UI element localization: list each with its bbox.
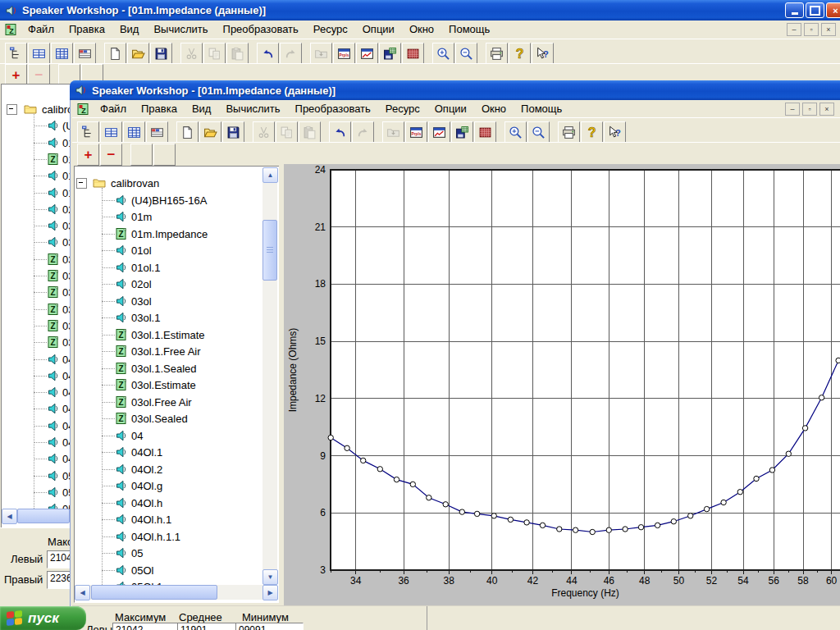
tree-item[interactable]: 05 — [2, 468, 71, 484]
inner-tree-vscrollbar[interactable]: ▲ ▼ — [262, 167, 277, 584]
toolbar-save-button[interactable] — [150, 43, 172, 65]
tree-item[interactable]: 03ol.1 — [75, 309, 280, 326]
toolbar-zoom-in-button[interactable] — [432, 43, 454, 65]
tree-item[interactable]: Z03ol.1.Estimate — [2, 251, 71, 267]
tree-item[interactable]: Z03ol.1.Free Air — [75, 343, 280, 359]
menu-item-3[interactable]: Вычислить — [146, 21, 215, 39]
menu-item-0[interactable]: Файл — [21, 21, 62, 39]
scroll-down-icon[interactable]: ▼ — [262, 569, 278, 585]
tree-item[interactable]: 04Ol.h.1 — [2, 434, 71, 450]
stats-value-max[interactable]: 21042 — [112, 623, 179, 630]
toolbar-import-button[interactable] — [382, 121, 404, 144]
outer-titlebar[interactable]: Speaker Workshop - [01m.Impedance (данны… — [0, 0, 840, 21]
toolbar-view-columns-button[interactable] — [74, 43, 96, 65]
toolbar-redo-button[interactable] — [280, 43, 302, 65]
tree-item[interactable]: 05Ol — [75, 562, 280, 578]
toolbar-open-button[interactable] — [199, 121, 221, 144]
tree-item[interactable]: 01ol.1 — [75, 259, 280, 276]
tree-item[interactable]: Z01m.Impedance — [75, 226, 280, 242]
impedance-plot[interactable]: 3691215182124343638404244464850525456586… — [284, 164, 840, 605]
stats-value-avg[interactable]: 11901 — [177, 623, 241, 630]
toolbar-paste-button[interactable] — [226, 43, 249, 65]
menu-item-1[interactable]: Правка — [134, 100, 185, 118]
toolbar-context-help-button[interactable]: ? — [532, 43, 554, 65]
tree-item[interactable]: 01ol — [2, 167, 71, 184]
toolbar-print-button[interactable] — [486, 43, 508, 65]
scroll-thumb[interactable] — [91, 585, 217, 600]
menu-item-4[interactable]: Преобразовать — [216, 21, 306, 39]
toolbar-properties-window-button[interactable]: Prpls — [405, 121, 427, 144]
tree-item[interactable]: 04Ol.1 — [75, 444, 280, 460]
inner-titlebar[interactable]: Speaker Workshop - [01m.Impedance (данны… — [70, 80, 840, 100]
tree-item[interactable]: 04Ol.2 — [75, 461, 280, 477]
toolbar-context-help-button[interactable]: ? — [604, 121, 626, 144]
outer-project-tree[interactable]: calibrovan(U4)BH165-16A01mZ01m.Impedance… — [1, 84, 71, 528]
tree-item[interactable]: Z03ol.Free Air — [2, 317, 71, 334]
toolbar-save-button[interactable] — [222, 121, 244, 144]
tree-item[interactable]: 04Ol.h — [75, 495, 280, 511]
toolbar-export-button[interactable] — [402, 43, 424, 65]
tree-item[interactable]: (U4)BH165-16A — [2, 117, 71, 134]
toolbar-paste-button[interactable] — [299, 121, 321, 144]
menu-item-0[interactable]: Файл — [93, 100, 134, 118]
child-restore-icon[interactable]: ▫ — [802, 103, 817, 116]
toolbar-zoom-out-button[interactable] — [527, 121, 550, 144]
toolbar-view-columns-button[interactable] — [146, 121, 168, 144]
toolbar-new-document-button[interactable] — [104, 43, 126, 65]
close-button[interactable]: × — [826, 2, 840, 18]
outer-tree-hscrollbar[interactable]: ◀ — [2, 509, 69, 523]
toolbar-view-datasheet-button[interactable] — [51, 43, 73, 65]
toolbar-save-chart-button[interactable] — [379, 43, 401, 65]
tree-item[interactable]: 04Ol.g — [75, 477, 280, 494]
menu-item-7[interactable]: Окно — [474, 100, 514, 118]
tree-item[interactable]: 01ol.1 — [2, 185, 71, 201]
impedance-chart[interactable]: 3691215182124343638404244464850525456586… — [284, 164, 840, 605]
tree-item[interactable]: 04Ol.h.1.1 — [75, 528, 280, 545]
menu-item-7[interactable]: Окно — [402, 21, 441, 39]
toolbar-copy-button[interactable] — [276, 121, 298, 144]
child-restore-icon[interactable]: ▫ — [804, 23, 819, 36]
scroll-up-icon[interactable]: ▲ — [262, 167, 278, 183]
tree-item[interactable]: Z03ol.1.Free Air — [2, 267, 71, 284]
tree-item[interactable]: 02ol — [2, 201, 71, 217]
toolbar-help-button[interactable]: ? — [581, 121, 603, 144]
tree-item[interactable]: 04Ol.1 — [2, 368, 71, 384]
tree-item[interactable]: Z01m.Impedance — [2, 151, 71, 167]
child-close-icon[interactable]: × — [821, 23, 836, 36]
tree-item[interactable]: Z03ol.1.Sealed — [75, 360, 280, 377]
stats-value-left-max[interactable]: 2104 — [47, 550, 70, 568]
toolbar-cut-button[interactable] — [253, 121, 275, 144]
tree-item[interactable]: 02ol — [75, 276, 280, 292]
start-button[interactable]: пуск — [0, 606, 86, 630]
toolbar-chart-window-button[interactable] — [356, 43, 378, 65]
tree-item[interactable]: 05Ol — [2, 484, 71, 500]
tree-item[interactable]: Z03ol.Sealed — [75, 410, 280, 427]
tree-item[interactable]: 01ol — [75, 242, 280, 258]
toolbar-export-button[interactable] — [474, 121, 496, 144]
edit-add-button[interactable]: + — [5, 64, 27, 86]
toolbar-import-button[interactable] — [310, 43, 332, 65]
scroll-left-icon[interactable]: ◀ — [75, 585, 90, 600]
tree-item[interactable]: 03ol — [75, 293, 280, 309]
menu-item-8[interactable]: Помощь — [441, 21, 497, 39]
toolbar-zoom-in-button[interactable] — [504, 121, 527, 144]
menu-item-1[interactable]: Правка — [62, 21, 112, 39]
menu-item-8[interactable]: Помощь — [514, 100, 569, 118]
restore-button[interactable] — [806, 2, 824, 18]
toolbar-undo-button[interactable] — [329, 121, 351, 144]
toolbar-view-table-button[interactable] — [100, 121, 122, 144]
tree-item[interactable]: Z03ol.Estimate — [2, 301, 71, 317]
tree-expander-icon[interactable] — [76, 178, 87, 189]
tree-item[interactable]: 04Ol.h.1.1 — [2, 450, 71, 467]
tree-expander-icon[interactable] — [7, 104, 17, 115]
tree-item[interactable]: (U4)BH165-16A — [75, 192, 280, 208]
toolbar-cut-button[interactable] — [180, 43, 203, 65]
scroll-right-icon[interactable]: ▶ — [262, 585, 278, 600]
menu-item-6[interactable]: Опции — [427, 100, 474, 118]
edit-blank-1-button[interactable] — [130, 144, 153, 166]
menu-item-4[interactable]: Преобразовать — [288, 100, 378, 118]
menu-item-2[interactable]: Вид — [185, 100, 219, 118]
tree-item[interactable]: Z03ol.Estimate — [75, 377, 280, 393]
scroll-left-icon[interactable]: ◀ — [2, 509, 17, 524]
toolbar-view-tree-button[interactable] — [5, 43, 27, 65]
